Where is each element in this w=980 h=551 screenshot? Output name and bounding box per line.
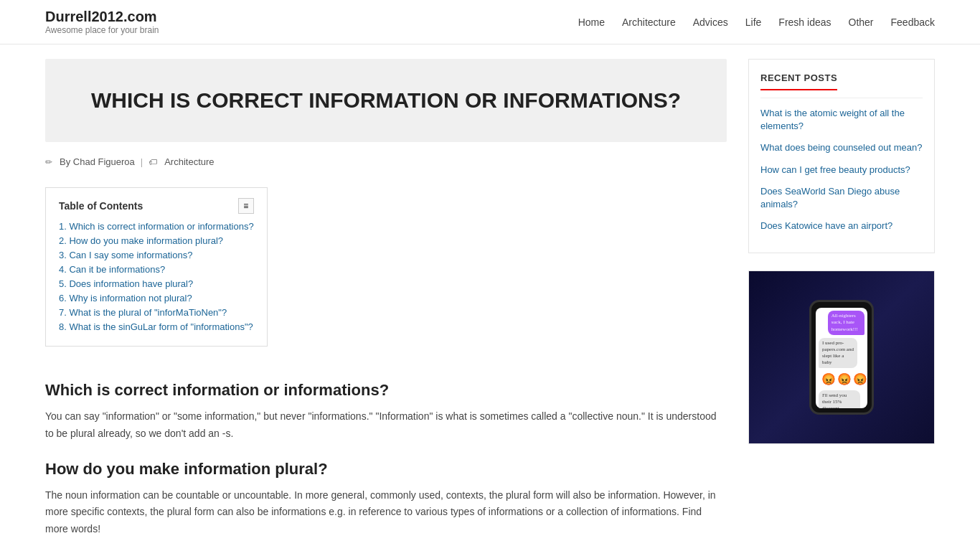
emoji-2: 😡: [837, 372, 852, 386]
recent-posts-widget: RECENT POSTS What is the atomic weight o…: [748, 59, 935, 253]
sidebar-ad-widget: All-nighters suck, I hate homework!!! I …: [748, 270, 935, 444]
toc-link-4[interactable]: 4. Can it be informations?: [59, 264, 165, 275]
nav-item-architecture[interactable]: Architecture: [622, 17, 676, 28]
toc-link-7[interactable]: 7. What is the plural of "inforMaTioNen"…: [59, 307, 227, 318]
nav-item-feedback[interactable]: Feedback: [891, 17, 935, 28]
nav-item-advices[interactable]: Advices: [693, 17, 728, 28]
site-title[interactable]: Durrell2012.com: [45, 9, 159, 25]
nav-item-home[interactable]: Home: [578, 17, 605, 28]
phone-screen: All-nighters suck, I hate homework!!! I …: [816, 308, 867, 408]
sidebar: RECENT POSTS What is the atomic weight o…: [748, 59, 935, 551]
recent-post-link-1[interactable]: What is the atomic weight of all the ele…: [760, 107, 923, 133]
recent-post-link-3[interactable]: How can I get free beauty products?: [760, 164, 923, 176]
phone-mockup: All-nighters suck, I hate homework!!! I …: [809, 300, 874, 415]
chat-bubble-2: I used pro-papers.com and slept like a b…: [819, 338, 857, 368]
article-title: WHICH IS CORRECT INFORMATION OR INFORMAT…: [67, 88, 705, 113]
toc-link-8[interactable]: 8. What is the sinGuLar form of "informa…: [59, 321, 253, 332]
toc-item-8: 8. What is the sinGuLar form of "informa…: [59, 321, 254, 332]
toc-item-6: 6. Why is information not plural?: [59, 293, 254, 303]
post-author: By Chad Figueroa: [60, 156, 135, 167]
emoji-3: 😡: [853, 372, 867, 386]
table-of-contents: Table of Contents ≡ 1. Which is correct …: [45, 187, 268, 347]
toc-item-1: 1. Which is correct information or infor…: [59, 221, 254, 232]
section-1-heading: Which is correct information or informat…: [45, 381, 727, 400]
toc-link-5[interactable]: 5. Does information have plural?: [59, 278, 193, 289]
toc-item-3: 3. Can I say some informations?: [59, 250, 254, 260]
edit-icon: ✏: [45, 157, 52, 167]
site-branding: Durrell2012.com Awesome place for your b…: [45, 9, 159, 35]
toc-header: Table of Contents ≡: [59, 198, 254, 214]
recent-posts-title: RECENT POSTS: [760, 72, 837, 90]
nav-item-fresh-ideas[interactable]: Fresh ideas: [778, 17, 831, 28]
toc-toggle-button[interactable]: ≡: [238, 198, 254, 214]
emoji-1: 😡: [821, 372, 836, 386]
recent-post-link-2[interactable]: What does being counseled out mean?: [760, 141, 923, 154]
toc-title: Table of Contents: [59, 200, 143, 212]
toc-item-4: 4. Can it be informations?: [59, 264, 254, 275]
recent-post-link-4[interactable]: Does SeaWorld San Diego abuse animals?: [760, 185, 923, 211]
category-icon: 🏷: [149, 157, 157, 167]
meta-separator: |: [141, 156, 143, 167]
section-2-text: The noun information can be countable or…: [45, 487, 727, 538]
toc-item-7: 7. What is the plural of "inforMaTioNen"…: [59, 307, 254, 318]
article-header: WHICH IS CORRECT INFORMATION OR INFORMAT…: [45, 59, 727, 142]
sidebar-ad-content: All-nighters suck, I hate homework!!! I …: [749, 271, 934, 443]
section-1-text: You can say "information" or "some infor…: [45, 408, 727, 443]
toc-item-5: 5. Does information have plural?: [59, 278, 254, 289]
site-header: Durrell2012.com Awesome place for your b…: [0, 0, 980, 44]
post-category: Architecture: [164, 156, 214, 167]
toc-link-1[interactable]: 1. Which is correct information or infor…: [59, 221, 254, 232]
post-meta: ✏ By Chad Figueroa | 🏷 Architecture: [45, 156, 727, 176]
toc-list: 1. Which is correct information or infor…: [59, 221, 254, 332]
toc-link-3[interactable]: 3. Can I say some informations?: [59, 250, 192, 260]
chat-bubble-3: I'll send you their 15% discount: [819, 390, 860, 408]
toc-link-2[interactable]: 2. How do you make information plural?: [59, 235, 223, 246]
recent-post-link-5[interactable]: Does Katowice have an airport?: [760, 220, 923, 232]
site-nav: Home Architecture Advices Life Fresh ide…: [578, 17, 935, 28]
widget-title-wrap: RECENT POSTS: [760, 71, 923, 98]
chat-bubble-1: All-nighters suck, I hate homework!!!: [828, 311, 864, 334]
site-content: WHICH IS CORRECT INFORMATION OR INFORMAT…: [31, 44, 949, 551]
emoji-row: 😡 😡 😡: [819, 371, 864, 387]
toc-item-2: 2. How do you make information plural?: [59, 235, 254, 246]
nav-item-life[interactable]: Life: [745, 17, 762, 28]
site-tagline: Awesome place for your brain: [45, 25, 159, 35]
toc-link-6[interactable]: 6. Why is information not plural?: [59, 293, 192, 303]
section-2-heading: How do you make information plural?: [45, 460, 727, 479]
nav-item-other[interactable]: Other: [849, 17, 874, 28]
main-content: WHICH IS CORRECT INFORMATION OR INFORMAT…: [45, 59, 727, 551]
